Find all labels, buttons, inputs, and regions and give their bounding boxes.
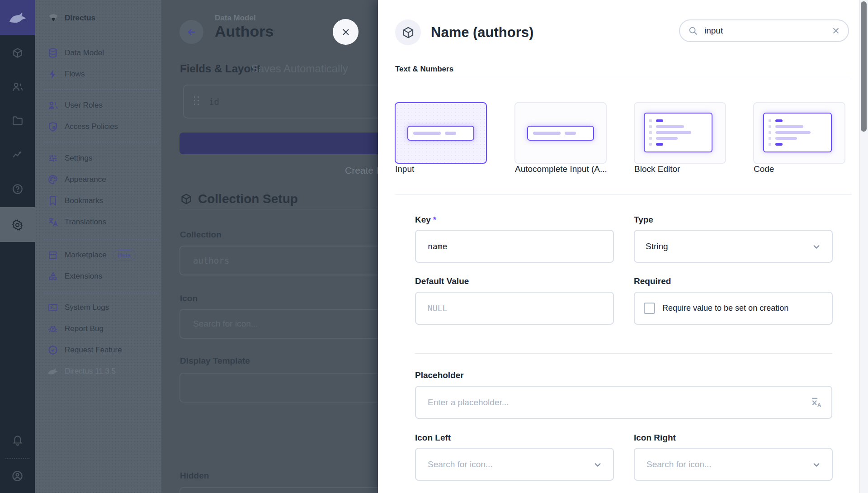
sidebar-item-label: Settings: [65, 154, 92, 163]
drawer-header-icon: [395, 19, 421, 45]
field-name: id: [209, 97, 219, 107]
module-users-icon[interactable]: [0, 75, 35, 99]
sidebar-item-user-roles[interactable]: User Roles: [35, 95, 161, 116]
search-icon: [688, 26, 698, 36]
default-value-field[interactable]: [427, 303, 613, 313]
sidebar-item-translations[interactable]: Translations: [35, 211, 161, 232]
sidebar-item-label: Bookmarks: [65, 196, 103, 205]
interface-card-block-editor[interactable]: [634, 102, 726, 164]
collection-setup-heading: Collection Setup: [180, 192, 298, 206]
required-checkbox[interactable]: [644, 303, 655, 314]
sidebar-item-appearance[interactable]: Appearance: [35, 169, 161, 190]
user-avatar-icon[interactable]: [0, 464, 35, 488]
interface-card-label: Code: [754, 164, 849, 174]
icon-right-field[interactable]: [646, 459, 811, 470]
placeholder-input[interactable]: A: [415, 386, 832, 419]
sidebar-item-marketplace[interactable]: Marketplace Beta: [35, 244, 161, 265]
key-input[interactable]: [415, 230, 614, 263]
module-settings-icon[interactable]: [0, 213, 35, 237]
chevron-down-icon: [592, 459, 603, 470]
module-bar-divider: [5, 458, 29, 459]
sidebar-item-label: Extensions: [65, 272, 102, 281]
key-label: Key*: [415, 215, 436, 225]
project-switcher[interactable]: Directus: [35, 7, 161, 29]
type-value: String: [646, 242, 811, 251]
icon-right-select[interactable]: [634, 448, 833, 481]
divider: [395, 194, 852, 195]
sidebar-item-extensions[interactable]: Extensions: [35, 265, 161, 287]
feature-badge-icon: [47, 345, 58, 356]
tune-icon: [47, 153, 58, 164]
default-value-input[interactable]: [415, 292, 614, 325]
notifications-bell-icon[interactable]: [0, 428, 35, 452]
directus-logo-button[interactable]: [0, 0, 35, 35]
nav-divider: [44, 89, 157, 90]
extensions-icon: [47, 271, 58, 282]
translate-icon[interactable]: A: [811, 397, 822, 408]
interface-card-input[interactable]: [395, 102, 487, 164]
breadcrumb[interactable]: Data Model: [215, 14, 256, 23]
divider: [415, 353, 832, 354]
sidebar-item-report-bug[interactable]: Report Bug: [35, 318, 161, 339]
beta-badge: Beta: [113, 250, 136, 261]
rabbit-version-icon: [47, 366, 58, 377]
palette-icon: [47, 174, 58, 185]
key-value[interactable]: [427, 241, 613, 251]
box-icon: [180, 193, 193, 205]
sidebar-item-label: Translations: [65, 218, 106, 227]
sidebar-item-flows[interactable]: Flows: [35, 63, 161, 85]
search-input[interactable]: [703, 25, 831, 36]
module-help-icon[interactable]: [0, 177, 35, 201]
sidebar-item-access-policies[interactable]: Access Policies: [35, 116, 161, 137]
interface-card-code[interactable]: [753, 102, 845, 164]
scrollbar-thumb[interactable]: [861, 1, 867, 132]
code-preview-graphic: [763, 113, 832, 152]
required-field: Require value to be set on creation: [634, 292, 833, 325]
interface-group-heading: Text & Numbers: [395, 65, 453, 74]
project-name: Directus: [65, 14, 95, 23]
bug-icon: [47, 323, 58, 334]
interface-search[interactable]: [679, 19, 849, 42]
sidebar-item-label: Flows: [65, 70, 85, 79]
sidebar-item-settings[interactable]: Settings: [35, 147, 161, 169]
terminal-icon: [47, 302, 58, 313]
type-label: Type: [634, 215, 653, 225]
drag-handle-icon[interactable]: [194, 96, 200, 107]
collection-value: authors: [193, 256, 229, 265]
clear-search-icon[interactable]: [831, 26, 841, 36]
sidebar-item-data-model[interactable]: Data Model: [35, 42, 161, 63]
sidebar-item-label: Request Feature: [65, 346, 122, 355]
project-logo-icon: [47, 12, 60, 24]
close-drawer-button[interactable]: [333, 19, 359, 45]
nav-divider: [44, 293, 157, 294]
hidden-label: Hidden: [180, 471, 209, 481]
sidebar-item-label: Appearance: [65, 175, 106, 184]
sidebar-item-label: System Logs: [65, 303, 109, 312]
type-select[interactable]: String: [634, 230, 833, 263]
collection-setup-title: Collection Setup: [198, 192, 298, 206]
icon-left-select[interactable]: [415, 448, 614, 481]
interface-card-label: Autocomplete Input (A...: [515, 164, 610, 174]
editor-preview-graphic: [644, 113, 712, 152]
module-content-icon[interactable]: [0, 41, 35, 65]
database-icon: [47, 47, 58, 58]
chevron-down-icon: [811, 459, 822, 470]
arrow-left-icon: [186, 27, 197, 38]
module-insights-icon[interactable]: [0, 142, 35, 167]
back-button[interactable]: [179, 20, 203, 44]
page-title: Authors: [215, 23, 274, 40]
sidebar-item-system-logs[interactable]: System Logs: [35, 297, 161, 318]
sidebar-item-bookmarks[interactable]: Bookmarks: [35, 190, 161, 211]
user-roles-icon: [47, 100, 58, 111]
sidebar-item-request-feature[interactable]: Request Feature: [35, 339, 161, 360]
field-config-drawer: Name (authors) Text & Numbers Input Auto…: [378, 0, 868, 493]
fields-layout-heading: Fields & Layout: [180, 62, 261, 75]
nav-divider: [44, 239, 157, 240]
icon-left-field[interactable]: [427, 459, 592, 470]
placeholder-field[interactable]: [427, 397, 811, 408]
interface-card-autocomplete[interactable]: [514, 102, 607, 164]
module-files-icon[interactable]: [0, 109, 35, 133]
rabbit-logo-icon: [9, 11, 27, 24]
translate-icon: [47, 217, 58, 228]
svg-text:A: A: [817, 402, 821, 408]
